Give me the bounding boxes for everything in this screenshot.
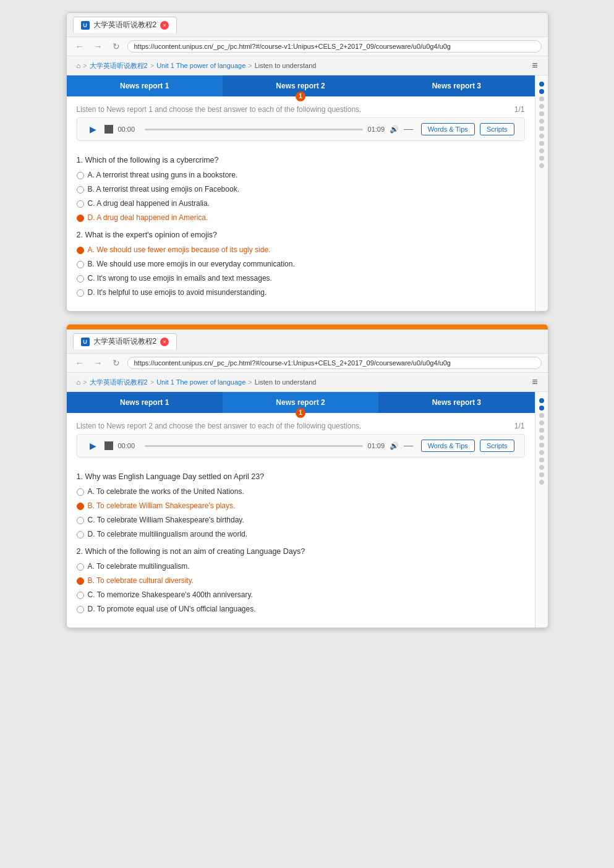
dot-10[interactable] <box>539 148 544 153</box>
breadcrumb-link-1[interactable]: 大学英语听说教程2 <box>90 61 148 70</box>
page-count-1: 1/1 <box>514 105 525 114</box>
dot-2-7[interactable] <box>539 443 544 448</box>
dot-9[interactable] <box>539 141 544 146</box>
q1-radio-b-2[interactable] <box>77 503 84 510</box>
q2-opt-a-1[interactable]: A. We should use fewer emojis because of… <box>77 244 525 255</box>
tab-news2-1[interactable]: News report 2 1 <box>223 75 378 96</box>
q2-radio-b-2[interactable] <box>77 577 84 585</box>
q2-radio-a-1[interactable] <box>77 247 84 254</box>
q2-radio-b-1[interactable] <box>77 261 84 268</box>
q1-radio-a-1[interactable] <box>77 172 84 179</box>
q2-radio-a-2[interactable] <box>77 563 84 571</box>
q1-radio-c-1[interactable] <box>77 200 84 208</box>
q1-opt-c-1[interactable]: C. A drug deal happened in Australia. <box>77 198 525 209</box>
q2-radio-d-1[interactable] <box>77 289 84 297</box>
questions-section-1: 1. Which of the following is a cybercrim… <box>67 148 535 311</box>
words-tips-btn-2[interactable]: Words & Tips <box>421 440 475 452</box>
audio-player-1: ▶ 00:00 01:09 🔊 ── Words & Tips Scripts <box>77 117 525 141</box>
dot-2-2[interactable] <box>539 406 544 411</box>
tab-news1-2[interactable]: News report 1 <box>67 392 223 413</box>
tab-news3-2[interactable]: News report 3 <box>378 392 534 413</box>
q1-radio-d-1[interactable] <box>77 215 84 222</box>
dot-4[interactable] <box>539 104 544 109</box>
back-btn-1[interactable]: ← <box>73 40 87 53</box>
menu-icon-1[interactable]: ≡ <box>532 60 537 71</box>
menu-icon-2[interactable]: ≡ <box>532 377 537 388</box>
q1-opt-b-2[interactable]: B. To celebrate William Shakespeare's pl… <box>77 500 525 511</box>
progress-bar-1[interactable] <box>145 129 363 130</box>
q1-radio-d-2[interactable] <box>77 531 84 538</box>
refresh-btn-1[interactable]: ↻ <box>110 40 122 53</box>
q1-label-d-1: D. A drug deal happened in America. <box>88 213 208 222</box>
q2-opt-c-2[interactable]: C. To memorize Shakespeare's 400th anniv… <box>77 589 525 600</box>
q2-opt-d-2[interactable]: D. To promote equal use of UN's official… <box>77 603 525 615</box>
forward-btn-2[interactable]: → <box>92 357 105 369</box>
dot-7[interactable] <box>539 126 544 131</box>
breadcrumb-link-4[interactable]: Unit 1 The power of language <box>156 378 245 386</box>
play-btn-2[interactable]: ▶ <box>87 440 100 452</box>
q2-opt-d-1[interactable]: D. It's helpful to use emojis to avoid m… <box>77 287 525 298</box>
dot-2-9[interactable] <box>539 457 544 462</box>
refresh-btn-2[interactable]: ↻ <box>110 357 122 369</box>
time-start-2: 00:00 <box>118 442 140 449</box>
q2-radio-c-2[interactable] <box>77 592 84 599</box>
scripts-btn-2[interactable]: Scripts <box>480 440 514 452</box>
browser-tab-2[interactable]: U 大学英语听说教程2 × <box>73 333 177 349</box>
q1-label-a-1: A. A terrorist threat using guns in a bo… <box>88 171 238 179</box>
q1-opt-d-1[interactable]: D. A drug deal happened in America. <box>77 212 525 223</box>
tab-news1-1[interactable]: News report 1 <box>67 75 223 96</box>
dot-6[interactable] <box>539 119 544 124</box>
dot-8[interactable] <box>539 134 544 138</box>
dot-11[interactable] <box>539 156 544 161</box>
q1-radio-c-2[interactable] <box>77 517 84 524</box>
dot-2-4[interactable] <box>539 420 544 425</box>
tab-close-1[interactable]: × <box>160 21 169 30</box>
tab-close-2[interactable]: × <box>160 338 169 346</box>
q2-label-d-2: D. To promote equal use of UN's official… <box>88 605 256 613</box>
back-btn-2[interactable]: ← <box>73 357 87 369</box>
q1-radio-b-1[interactable] <box>77 186 84 194</box>
tab-news2-2[interactable]: News report 2 1 <box>223 392 378 413</box>
dot-3[interactable] <box>539 96 544 101</box>
stop-btn-2[interactable] <box>104 441 113 450</box>
stop-btn-1[interactable] <box>104 125 113 134</box>
q1-opt-c-2[interactable]: C. To celebrate William Shakespeare's bi… <box>77 514 525 525</box>
q1-radio-a-2[interactable] <box>77 488 84 496</box>
breadcrumb-link-3[interactable]: 大学英语听说教程2 <box>90 378 148 387</box>
dot-2-11[interactable] <box>539 472 544 477</box>
progress-bar-2[interactable] <box>145 445 363 447</box>
q2-opt-b-1[interactable]: B. We should use more emojis in our ever… <box>77 258 525 270</box>
dot-2-5[interactable] <box>539 428 544 433</box>
dot-2-12[interactable] <box>538 479 545 485</box>
dot-12[interactable] <box>538 162 545 169</box>
q2-radio-d-2[interactable] <box>77 606 84 613</box>
right-sidebar-2 <box>535 392 548 628</box>
q2-radio-c-1[interactable] <box>77 275 84 283</box>
dot-2-1[interactable] <box>539 398 544 403</box>
q2-opt-c-1[interactable]: C. It's wrong to use emojis in emails an… <box>77 273 525 284</box>
dot-1[interactable] <box>539 82 544 87</box>
dot-5[interactable] <box>539 111 544 116</box>
q1-opt-d-2[interactable]: D. To celebrate multilingualism around t… <box>77 529 525 540</box>
breadcrumb-link-2[interactable]: Unit 1 The power of language <box>156 62 245 69</box>
q2-opt-a-2[interactable]: A. To celebrate multilingualism. <box>77 561 525 572</box>
scripts-btn-1[interactable]: Scripts <box>480 123 514 135</box>
dot-2-8[interactable] <box>539 450 544 455</box>
words-tips-btn-1[interactable]: Words & Tips <box>421 123 475 135</box>
browser-window-2: U 大学英语听说教程2 × ← → ↻ https://ucontent.uni… <box>66 324 548 628</box>
q2-label-b-1: B. We should use more emojis in our ever… <box>88 260 295 268</box>
tab-news3-1[interactable]: News report 3 <box>378 75 534 96</box>
q1-opt-a-1[interactable]: A. A terrorist threat using guns in a bo… <box>77 169 525 181</box>
q2-opt-b-2[interactable]: B. To celebrate cultural diversity. <box>77 575 525 586</box>
dot-2-6[interactable] <box>539 435 544 440</box>
q1-opt-a-2[interactable]: A. To celebrate the works of the United … <box>77 486 525 497</box>
browser-tab-1[interactable]: U 大学英语听说教程2 × <box>73 17 177 33</box>
dot-2-10[interactable] <box>539 465 544 470</box>
dot-2[interactable] <box>539 89 544 94</box>
play-btn-1[interactable]: ▶ <box>87 123 100 135</box>
dot-2-3[interactable] <box>539 413 544 418</box>
address-bar-1[interactable]: https://ucontent.unipus.cn/_pc_/pc.html?… <box>127 40 542 53</box>
address-bar-2[interactable]: https://ucontent.unipus.cn/_pc_/pc.html?… <box>127 357 542 369</box>
q1-opt-b-1[interactable]: B. A terrorist threat using emojis on Fa… <box>77 184 525 195</box>
forward-btn-1[interactable]: → <box>92 40 105 53</box>
